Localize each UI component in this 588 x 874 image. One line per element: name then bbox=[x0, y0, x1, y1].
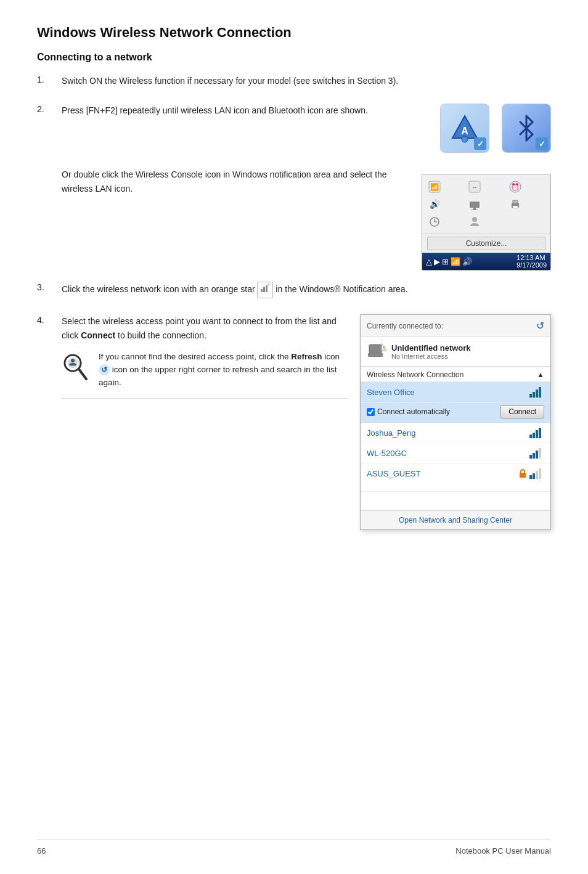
connect-auto-checkbox[interactable] bbox=[367, 408, 375, 416]
orange-star-wifi-icon bbox=[257, 282, 273, 298]
svg-rect-22 bbox=[263, 287, 265, 292]
svg-point-2 bbox=[462, 136, 468, 142]
network-signal-asus-guest bbox=[529, 468, 544, 479]
windows-notification-area: 📶 ↔ ⏰ bbox=[422, 174, 551, 271]
taskbar-play-icon: ▶ bbox=[434, 257, 440, 266]
svg-text:🔊: 🔊 bbox=[430, 199, 441, 210]
notif-icon-network bbox=[467, 197, 482, 211]
notif-icon-vol: ↔ bbox=[467, 179, 482, 194]
svg-rect-21 bbox=[261, 289, 263, 292]
customize-button[interactable]: Customize... bbox=[427, 237, 545, 250]
notif-icon-wireless: 📶 bbox=[427, 179, 442, 194]
step-3: 3. Click the wireless network icon with … bbox=[37, 282, 551, 303]
svg-rect-45 bbox=[539, 448, 541, 459]
network-item-steven-office[interactable]: Steven Office bbox=[361, 382, 550, 402]
bluetooth-icon: ✓ bbox=[502, 104, 551, 153]
svg-rect-49 bbox=[536, 471, 538, 479]
step-3-content: Click the wireless network icon with an … bbox=[62, 282, 551, 303]
svg-point-19 bbox=[472, 217, 477, 222]
np-refresh-icon[interactable]: ↺ bbox=[536, 320, 544, 332]
refresh-icon: ↺ bbox=[99, 364, 110, 375]
network-signal-wl520gc bbox=[529, 447, 544, 459]
notif-icon-clock bbox=[427, 214, 442, 229]
svg-rect-15 bbox=[513, 206, 518, 208]
np-section-expand-icon[interactable]: ▲ bbox=[537, 370, 544, 379]
notif-body: 📶 ↔ ⏰ bbox=[422, 174, 550, 234]
unidentified-sub: No Internet access bbox=[391, 353, 471, 360]
step-3-text: Click the wireless network icon with an … bbox=[62, 282, 551, 298]
svg-rect-14 bbox=[513, 200, 518, 203]
np-section-title-text: Wireless Network Connection bbox=[367, 370, 463, 379]
asus-guest-signal-lock bbox=[518, 468, 544, 479]
network-panel-footer[interactable]: Open Network and Sharing Center bbox=[361, 510, 550, 529]
wireless-checkmark: ✓ bbox=[474, 137, 486, 150]
bluetooth-checkmark: ✓ bbox=[536, 137, 548, 150]
step-2-content: Press [FN+F2] repeatedly until wireless … bbox=[62, 104, 551, 271]
search-icon-large bbox=[62, 351, 91, 390]
network-name-wl520gc: WL-520GC bbox=[367, 449, 407, 458]
svg-rect-29 bbox=[369, 345, 382, 353]
step-1-number: 1. bbox=[37, 74, 62, 92]
step-4-info-box: If you cannot find the desired access po… bbox=[62, 351, 348, 399]
step-4: 4. Select the wireless access point you … bbox=[37, 314, 551, 530]
info-prefix: If you cannot find the desired access po… bbox=[99, 352, 291, 361]
svg-rect-10 bbox=[470, 202, 480, 208]
unidentified-text: Unidentified network No Internet access bbox=[391, 343, 471, 360]
step-1-text: Switch ON the Wireless function if neces… bbox=[62, 74, 551, 88]
windows-taskbar: △ ▶ ⊞ 📶 🔊 12:13 AM 9/17/2009 bbox=[422, 253, 550, 270]
svg-rect-39 bbox=[533, 433, 535, 438]
taskbar-signal-icon: 📶 bbox=[451, 257, 460, 266]
step-4-number: 4. bbox=[37, 314, 62, 530]
step-4-content: Select the wireless access point you wan… bbox=[62, 314, 551, 530]
svg-text:↔: ↔ bbox=[472, 184, 478, 190]
network-signal-steven-office bbox=[529, 386, 544, 398]
svg-line-27 bbox=[79, 369, 86, 379]
np-header-title: Currently connected to: bbox=[367, 322, 443, 330]
taskbar-time: 12:13 AM 9/17/2009 bbox=[517, 254, 547, 269]
svg-rect-42 bbox=[529, 455, 532, 459]
svg-rect-12 bbox=[472, 210, 478, 210]
step-2-number: 2. bbox=[37, 104, 62, 271]
step-4-info-text: If you cannot find the desired access po… bbox=[99, 351, 348, 390]
network-name-steven-office: Steven Office bbox=[367, 388, 415, 397]
network-item-joshua-peng[interactable]: Joshua_Peng bbox=[361, 423, 550, 443]
step-4-bold: Connect bbox=[81, 330, 115, 340]
svg-text:⏰: ⏰ bbox=[511, 182, 520, 191]
taskbar-arrow-icon: △ bbox=[426, 257, 432, 266]
lock-icon bbox=[518, 468, 528, 478]
svg-text:!: ! bbox=[383, 345, 385, 351]
connect-auto-checkbox-container[interactable]: Connect automatically bbox=[367, 407, 450, 416]
page-title: Windows Wireless Network Connection bbox=[37, 25, 551, 41]
step-2: 2. Press [FN+F2] repeatedly until wirele… bbox=[37, 104, 551, 271]
connect-button[interactable]: Connect bbox=[500, 405, 544, 419]
step-1: 1. Switch ON the Wireless function if ne… bbox=[37, 74, 551, 92]
svg-text:📶: 📶 bbox=[430, 182, 439, 191]
np-section-title: Wireless Network Connection ▲ bbox=[361, 367, 550, 382]
svg-point-28 bbox=[71, 359, 75, 362]
network-item-wl520gc[interactable]: WL-520GC bbox=[361, 443, 550, 464]
step-1-content: Switch ON the Wireless function if neces… bbox=[62, 74, 551, 92]
info-bold: Refresh bbox=[291, 352, 322, 361]
svg-text:A: A bbox=[461, 126, 468, 136]
network-name-joshua-peng: Joshua_Peng bbox=[367, 428, 416, 438]
unidentified-name: Unidentified network bbox=[391, 343, 471, 353]
step-2-images: A ✓ ✓ bbox=[440, 104, 551, 157]
step-2-text-part1: Press [FN+F2] repeatedly until wireless … bbox=[62, 104, 428, 117]
svg-rect-23 bbox=[266, 285, 267, 292]
step-4-suffix: to build the connection. bbox=[115, 330, 206, 340]
step-3-text-main: Click the wireless network icon with an … bbox=[62, 285, 255, 295]
network-name-asus-guest: ASUS_GUEST bbox=[367, 469, 420, 478]
svg-rect-47 bbox=[529, 475, 532, 479]
connect-auto-row: Connect automatically Connect bbox=[361, 402, 550, 423]
svg-rect-11 bbox=[473, 208, 476, 210]
taskbar-grid-icon: ⊞ bbox=[442, 257, 449, 266]
svg-rect-38 bbox=[529, 435, 532, 438]
network-item-asus-guest[interactable]: ASUS_GUEST bbox=[361, 464, 550, 492]
svg-rect-48 bbox=[533, 473, 535, 479]
svg-rect-31 bbox=[374, 353, 377, 354]
wireless-bt-icons-row: A ✓ ✓ bbox=[440, 104, 551, 153]
svg-rect-46 bbox=[520, 473, 526, 478]
svg-rect-44 bbox=[536, 451, 538, 459]
steps-list: 1. Switch ON the Wireless function if ne… bbox=[37, 74, 551, 530]
step-2-text-part2: Or double click the Wireless Console ico… bbox=[62, 168, 409, 195]
